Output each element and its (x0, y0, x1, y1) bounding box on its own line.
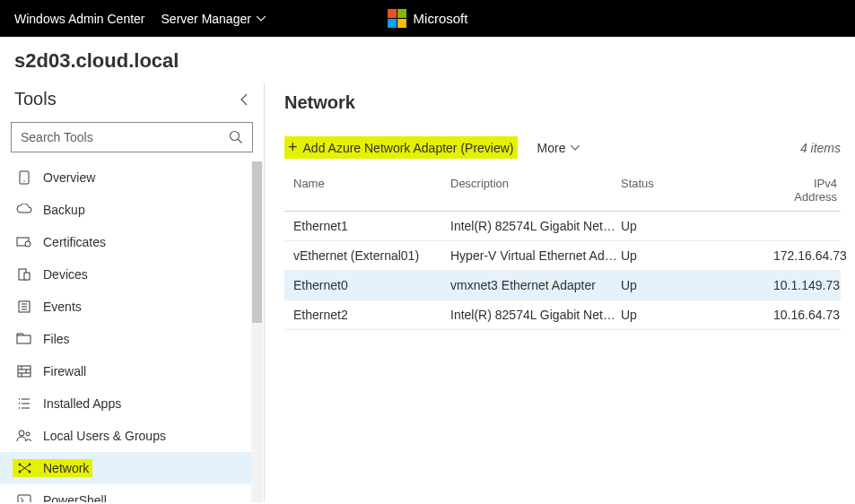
table-header: Name Description Status IPv4 Address (284, 171, 841, 212)
host-name: s2d03.cloud.local (14, 49, 841, 73)
table-row[interactable]: Ethernet1Intel(R) 82574L Gigabit Netw...… (284, 212, 841, 241)
more-button[interactable]: More (537, 141, 580, 155)
sidebar-title: Tools (14, 89, 57, 109)
svg-point-5 (25, 241, 31, 247)
cell-ipv4: 10.1.149.73 (773, 278, 843, 292)
svg-rect-13 (18, 366, 31, 377)
app-title: Windows Admin Center (14, 12, 145, 26)
cell-description: vmxnet3 Ethernet Adapter (450, 278, 621, 292)
chevron-down-icon (571, 145, 580, 151)
items-count: 4 items (800, 141, 841, 155)
cell-name: Ethernet1 (284, 219, 450, 233)
sidebar-item-label: Certificates (43, 235, 106, 249)
search-input[interactable] (21, 130, 229, 144)
svg-point-25 (19, 430, 24, 436)
host-header: s2d03.cloud.local (0, 37, 855, 83)
table-row[interactable]: Ethernet0vmxnet3 Ethernet AdapterUp10.1.… (284, 271, 841, 300)
network-icon (16, 462, 32, 474)
search-icon (229, 130, 243, 144)
col-header-description[interactable]: Description (450, 177, 621, 204)
sidebar-item-label: PowerShell (43, 493, 107, 502)
sidebar-item-label: Firewall (43, 364, 86, 378)
devices-icon (16, 267, 32, 282)
ms-brand: Microsoft (388, 9, 468, 28)
certificates-icon (16, 236, 32, 248)
sidebar-item-network[interactable]: Network (0, 452, 253, 484)
more-button-label: More (537, 141, 566, 155)
sidebar-item-firewall[interactable]: Firewall (0, 355, 253, 387)
sidebar-item-label: Local Users & Groups (43, 429, 166, 443)
cell-status: Up (621, 308, 773, 322)
sidebar: Tools OverviewBackupCertificatesDevicesE… (0, 83, 265, 502)
sidebar-item-backup[interactable]: Backup (0, 194, 253, 226)
svg-rect-33 (18, 495, 31, 502)
sidebar-scrollbar[interactable] (251, 161, 263, 502)
cell-ipv4 (773, 219, 841, 233)
sidebar-item-label: Events (43, 300, 82, 314)
cell-description: Hyper-V Virtual Ethernet Ada... (450, 248, 621, 263)
firewall-icon (16, 365, 32, 378)
svg-point-0 (231, 132, 240, 141)
col-header-ipv4[interactable]: IPv4 Address (773, 177, 841, 204)
cell-description: Intel(R) 82574L Gigabit Netw... (450, 308, 621, 322)
svg-rect-12 (17, 335, 31, 343)
chevron-down-icon (257, 16, 266, 22)
col-header-status[interactable]: Status (621, 177, 773, 204)
sidebar-item-devices[interactable]: Devices (0, 258, 253, 291)
svg-line-1 (239, 140, 242, 143)
users-icon (16, 430, 32, 442)
plus-icon: + (288, 138, 298, 157)
svg-point-26 (26, 432, 30, 436)
server-menu-button[interactable]: Server Manager (161, 12, 266, 26)
sidebar-item-users[interactable]: Local Users & Groups (0, 420, 253, 452)
sidebar-item-label: Installed Apps (43, 396, 121, 411)
sidebar-item-label: Backup (43, 203, 85, 217)
sidebar-item-label: Files (43, 332, 70, 346)
toolbar: + Add Azure Network Adapter (Preview) Mo… (284, 136, 841, 159)
apps-icon (16, 396, 32, 411)
svg-rect-2 (20, 171, 29, 184)
overview-icon (16, 170, 32, 185)
backup-icon (16, 204, 32, 216)
cell-status: Up (621, 248, 773, 263)
cell-name: Ethernet0 (284, 278, 450, 292)
svg-point-3 (23, 180, 24, 181)
cell-description: Intel(R) 82574L Gigabit Netw... (450, 219, 621, 233)
content-pane: Network + Add Azure Network Adapter (Pre… (265, 83, 855, 502)
microsoft-logo-icon (388, 9, 406, 28)
search-box[interactable] (11, 122, 253, 152)
cell-ipv4: 172.16.64.73 (773, 248, 851, 263)
page-title: Network (284, 92, 841, 113)
cell-name: vEthernet (External01) (284, 248, 450, 263)
sidebar-item-label: Network (43, 461, 89, 475)
cell-ipv4: 10.16.64.73 (773, 308, 843, 322)
col-header-name[interactable]: Name (284, 177, 450, 204)
cell-status: Up (621, 219, 773, 233)
svg-rect-7 (24, 273, 30, 280)
sidebar-item-label: Devices (43, 267, 88, 282)
add-button-label: Add Azure Network Adapter (Preview) (303, 141, 514, 155)
server-menu-label: Server Manager (161, 12, 251, 26)
sidebar-item-overview[interactable]: Overview (0, 161, 253, 194)
topbar: Windows Admin Center Server Manager Micr… (0, 0, 855, 37)
add-azure-adapter-button[interactable]: + Add Azure Network Adapter (Preview) (284, 136, 518, 159)
sidebar-item-apps[interactable]: Installed Apps (0, 387, 253, 420)
cell-status: Up (621, 278, 773, 292)
sidebar-item-certificates[interactable]: Certificates (0, 226, 253, 258)
sidebar-item-powershell[interactable]: PowerShell (0, 484, 253, 502)
scrollbar-thumb[interactable] (252, 161, 262, 323)
sidebar-item-files[interactable]: Files (0, 323, 253, 355)
brand-text: Microsoft (414, 11, 468, 26)
table-row[interactable]: vEthernet (External01)Hyper-V Virtual Et… (284, 241, 841, 271)
events-icon (16, 300, 32, 314)
table-row[interactable]: Ethernet2Intel(R) 82574L Gigabit Netw...… (284, 300, 841, 330)
files-icon (16, 333, 32, 345)
collapse-sidebar-button[interactable] (239, 93, 249, 106)
powershell-icon (16, 494, 32, 502)
sidebar-item-label: Overview (43, 170, 95, 185)
sidebar-item-events[interactable]: Events (0, 291, 253, 323)
cell-name: Ethernet2 (284, 308, 450, 322)
